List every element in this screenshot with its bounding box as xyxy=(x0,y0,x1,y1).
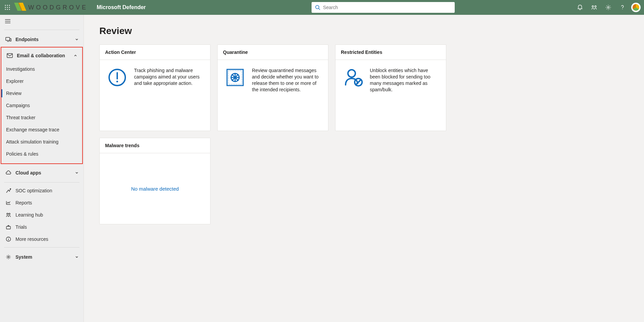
notifications-icon[interactable] xyxy=(573,0,587,15)
svg-point-24 xyxy=(7,213,8,215)
settings-icon[interactable] xyxy=(602,0,615,15)
mail-icon xyxy=(6,53,13,58)
svg-point-33 xyxy=(116,80,118,82)
alert-circle-icon xyxy=(106,67,128,123)
account-avatar[interactable] xyxy=(631,3,641,12)
svg-point-30 xyxy=(8,256,9,258)
card-action-center[interactable]: Action Center Track phishing and malware… xyxy=(99,44,211,131)
card-malware-trends[interactable]: Malware trends No malware detected xyxy=(99,138,211,224)
optimization-icon xyxy=(5,188,12,193)
help-icon[interactable] xyxy=(616,0,629,15)
sidebar-group-endpoints[interactable]: Endpoints xyxy=(0,32,84,47)
sidebar-item-learning[interactable]: Learning hub xyxy=(0,209,84,221)
sidebar-item-threat-tracker[interactable]: Threat tracker xyxy=(1,111,82,124)
main-content: Review Action Center Track phishing and … xyxy=(84,15,644,322)
sidebar-group-label: Endpoints xyxy=(15,37,38,42)
reports-icon xyxy=(5,200,12,205)
sidebar-item-investigations[interactable]: Investigations xyxy=(1,63,82,75)
svg-point-29 xyxy=(8,238,9,238)
search-icon xyxy=(315,5,320,10)
svg-point-16 xyxy=(608,7,609,8)
svg-point-0 xyxy=(5,5,6,6)
svg-point-8 xyxy=(9,9,10,10)
sidebar: Endpoints Email & collaboration Investig… xyxy=(0,15,84,322)
sidebar-group-cloud-apps[interactable]: Cloud apps xyxy=(0,165,84,180)
sidebar-toggle[interactable] xyxy=(0,15,84,28)
logo-mark xyxy=(14,3,26,12)
cloud-icon xyxy=(5,170,12,175)
sidebar-item-explorer[interactable]: Explorer xyxy=(1,75,82,87)
chevron-down-icon xyxy=(75,37,79,41)
svg-point-12 xyxy=(316,5,319,9)
sidebar-item-trials[interactable]: Trials xyxy=(0,221,84,233)
org-logo: WOODGROVE xyxy=(14,3,88,12)
sidebar-group-label: System xyxy=(15,254,32,260)
svg-point-3 xyxy=(5,7,6,8)
svg-point-4 xyxy=(7,7,8,8)
sidebar-group-label: Email & collaboration xyxy=(17,53,65,58)
svg-rect-21 xyxy=(6,37,10,40)
chevron-down-icon xyxy=(75,255,79,259)
card-desc: Review quarantined messages and decide w… xyxy=(252,67,321,123)
svg-point-25 xyxy=(9,213,10,215)
svg-point-1 xyxy=(7,5,8,6)
sidebar-item-more[interactable]: More resources xyxy=(0,233,84,245)
svg-point-5 xyxy=(9,7,10,8)
user-blocked-icon xyxy=(342,67,364,123)
svg-point-6 xyxy=(5,9,6,10)
sidebar-item-campaigns[interactable]: Campaigns xyxy=(1,99,82,111)
card-title: Malware trends xyxy=(100,138,210,153)
highlighted-section: Email & collaboration Investigations Exp… xyxy=(1,47,83,164)
search-box[interactable] xyxy=(312,2,455,13)
card-desc: Unblock entities which have been blocked… xyxy=(370,67,439,123)
card-title: Restricted Entities xyxy=(335,45,446,60)
chevron-down-icon xyxy=(75,171,79,175)
svg-point-15 xyxy=(595,6,596,7)
card-desc: Track phishing and malware campaigns aim… xyxy=(134,67,203,123)
app-launcher-icon[interactable] xyxy=(2,2,13,13)
endpoints-icon xyxy=(5,37,12,42)
app-name: Microsoft Defender xyxy=(97,4,146,10)
gear-icon xyxy=(5,254,12,260)
top-bar: WOODGROVE Microsoft Defender xyxy=(0,0,644,15)
svg-point-14 xyxy=(592,6,593,7)
sidebar-item-policies[interactable]: Policies & rules xyxy=(1,148,82,160)
sidebar-item-review[interactable]: Review xyxy=(1,87,82,99)
sidebar-group-system[interactable]: System xyxy=(0,250,84,264)
svg-line-13 xyxy=(319,8,320,10)
svg-point-7 xyxy=(7,9,8,10)
chevron-up-icon xyxy=(73,54,77,58)
org-name: WOODGROVE xyxy=(28,4,88,11)
svg-point-17 xyxy=(622,9,623,9)
card-restricted-entities[interactable]: Restricted Entities Unblock entities whi… xyxy=(335,44,446,131)
search-input[interactable] xyxy=(323,5,451,10)
sidebar-group-email[interactable]: Email & collaboration xyxy=(1,48,82,63)
svg-point-2 xyxy=(9,5,10,6)
community-icon[interactable] xyxy=(587,0,601,15)
sidebar-item-attack-sim[interactable]: Attack simulation training xyxy=(1,136,82,148)
trials-icon xyxy=(5,224,12,230)
svg-rect-22 xyxy=(7,54,12,58)
card-title: Quarantine xyxy=(218,45,328,60)
info-icon xyxy=(5,236,12,242)
sidebar-group-label: Cloud apps xyxy=(15,170,41,175)
sidebar-item-soc[interactable]: SOC optimization xyxy=(0,185,84,197)
sidebar-item-exchange-trace[interactable]: Exchange message trace xyxy=(1,124,82,136)
card-title: Action Center xyxy=(100,45,210,60)
card-message: No malware detected xyxy=(131,186,179,192)
page-title: Review xyxy=(99,26,629,36)
svg-rect-26 xyxy=(6,226,10,229)
sidebar-item-reports[interactable]: Reports xyxy=(0,197,84,209)
svg-point-41 xyxy=(348,70,355,77)
quarantine-icon xyxy=(224,67,246,123)
learning-icon xyxy=(5,212,12,218)
card-quarantine[interactable]: Quarantine Review quarantined messages a… xyxy=(217,44,328,131)
